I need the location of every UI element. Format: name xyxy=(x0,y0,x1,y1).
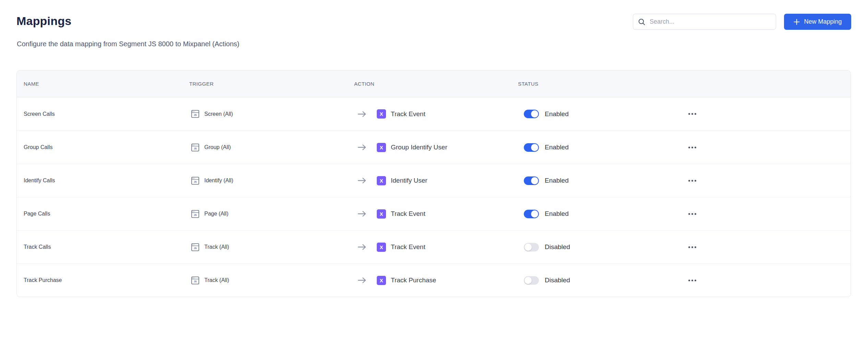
toggle-knob xyxy=(531,177,538,184)
trigger-label: Track (All) xyxy=(204,277,229,283)
trigger-label: Page (All) xyxy=(204,211,228,217)
segment-js-source-icon: JS xyxy=(191,243,199,251)
status-label: Enabled xyxy=(545,177,569,184)
ellipsis-icon xyxy=(688,180,696,182)
action-label: Track Event xyxy=(391,243,425,251)
table-row: Track Purchase JS Track (All) X xyxy=(17,263,851,297)
svg-text:JS: JS xyxy=(194,214,197,216)
status-label: Disabled xyxy=(545,243,570,251)
svg-text:JS: JS xyxy=(194,247,197,249)
mapping-name: Track Calls xyxy=(17,244,182,250)
segment-js-source-icon: JS xyxy=(191,277,199,284)
svg-text:JS: JS xyxy=(194,147,197,150)
search-box xyxy=(633,14,776,30)
table-row: Screen Calls JS Screen (All) X xyxy=(17,97,851,131)
search-icon xyxy=(638,18,646,26)
column-header-trigger: TRIGGER xyxy=(182,81,347,87)
table-row: Identify Calls JS Identify (All) xyxy=(17,164,851,197)
mapping-name: Page Calls xyxy=(17,211,182,217)
ellipsis-icon xyxy=(688,280,696,281)
action-label: Track Event xyxy=(391,210,425,218)
toggle-knob xyxy=(525,277,532,284)
trigger-label: Screen (All) xyxy=(204,111,233,117)
trigger-label: Identify (All) xyxy=(204,177,233,184)
status-label: Enabled xyxy=(545,210,569,218)
action-label: Group Identify User xyxy=(391,144,447,151)
segment-js-source-icon: JS xyxy=(191,210,199,218)
mixpanel-icon: X xyxy=(377,276,386,285)
page-title: Mappings xyxy=(16,14,71,28)
toggle-knob xyxy=(525,244,532,251)
mapping-name: Track Purchase xyxy=(17,277,182,283)
trigger-label: Group (All) xyxy=(204,144,231,150)
segment-js-source-icon: JS xyxy=(191,177,199,185)
svg-text:JS: JS xyxy=(194,280,197,283)
table-row: Page Calls JS Page (All) X xyxy=(17,197,851,230)
mixpanel-icon: X xyxy=(377,176,386,185)
status-label: Enabled xyxy=(545,144,569,151)
ellipsis-icon xyxy=(688,213,696,215)
arrow-right-icon xyxy=(358,277,366,283)
mapping-name: Screen Calls xyxy=(17,111,182,117)
arrow-right-icon xyxy=(358,144,366,150)
mixpanel-icon: X xyxy=(377,209,386,219)
status-label: Enabled xyxy=(545,110,569,118)
status-toggle[interactable] xyxy=(524,143,539,152)
mixpanel-icon: X xyxy=(377,143,386,152)
toggle-knob xyxy=(531,110,538,118)
arrow-right-icon xyxy=(358,111,366,117)
row-menu-button[interactable] xyxy=(685,140,699,154)
table-header-row: NAME TRIGGER ACTION STATUS xyxy=(17,71,851,97)
row-menu-button[interactable] xyxy=(685,273,699,287)
status-toggle[interactable] xyxy=(524,176,539,185)
status-toggle[interactable] xyxy=(524,210,539,218)
table-row: Group Calls JS Group (All) X xyxy=(17,131,851,164)
column-header-name: NAME xyxy=(17,81,182,87)
trigger-label: Track (All) xyxy=(204,244,229,250)
mixpanel-icon: X xyxy=(377,243,386,252)
plus-icon xyxy=(793,19,800,25)
mixpanel-icon: X xyxy=(377,109,386,119)
ellipsis-icon xyxy=(688,113,696,115)
row-menu-button[interactable] xyxy=(685,107,699,121)
status-toggle[interactable] xyxy=(524,110,539,118)
action-label: Track Event xyxy=(391,110,425,118)
new-mapping-button[interactable]: New Mapping xyxy=(784,14,851,30)
status-toggle[interactable] xyxy=(524,243,539,251)
table-body: Screen Calls JS Screen (All) X xyxy=(17,97,851,297)
segment-js-source-icon: JS xyxy=(191,144,199,151)
arrow-right-icon xyxy=(358,244,366,250)
segment-js-source-icon: JS xyxy=(191,110,199,118)
action-label: Track Purchase xyxy=(391,277,436,284)
column-header-action: ACTION xyxy=(347,81,511,87)
ellipsis-icon xyxy=(688,147,696,148)
status-toggle[interactable] xyxy=(524,276,539,285)
row-menu-button[interactable] xyxy=(685,207,699,221)
toggle-knob xyxy=(531,144,538,151)
arrow-right-icon xyxy=(358,177,366,184)
ellipsis-icon xyxy=(688,246,696,248)
mapping-name: Group Calls xyxy=(17,144,182,150)
table-row: Track Calls JS Track (All) X xyxy=(17,230,851,263)
toggle-knob xyxy=(531,210,538,218)
search-input[interactable] xyxy=(650,18,771,25)
svg-text:JS: JS xyxy=(194,181,197,183)
new-mapping-label: New Mapping xyxy=(804,18,842,25)
status-label: Disabled xyxy=(545,277,570,284)
mapping-name: Identify Calls xyxy=(17,177,182,184)
column-header-status: STATUS xyxy=(511,81,675,87)
row-menu-button[interactable] xyxy=(685,240,699,254)
arrow-right-icon xyxy=(358,211,366,217)
mappings-table: NAME TRIGGER ACTION STATUS Screen Calls … xyxy=(16,70,851,297)
row-menu-button[interactable] xyxy=(685,174,699,187)
page-subtitle: Configure the data mapping from Segment … xyxy=(17,40,239,48)
action-label: Identify User xyxy=(391,177,427,184)
svg-text:JS: JS xyxy=(194,114,197,116)
